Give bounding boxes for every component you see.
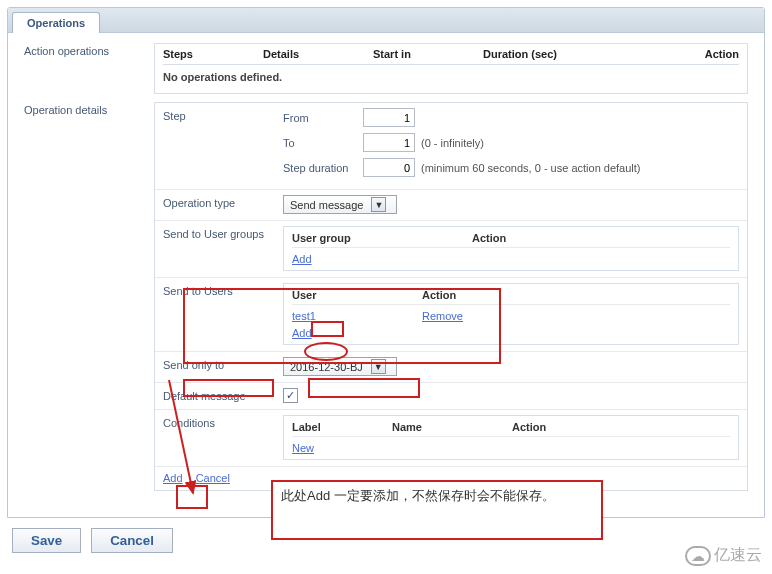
default-message-label: Default message	[163, 388, 283, 403]
user-link-test1[interactable]: test1	[292, 310, 316, 322]
user-groups-box: User group Action Add	[283, 226, 739, 271]
step-label: Step	[163, 108, 283, 183]
step-duration-label: Step duration	[283, 162, 363, 174]
bottom-buttons: Save Cancel	[12, 528, 760, 553]
col-duration: Duration (sec)	[483, 48, 653, 60]
cond-label-col: Label	[292, 421, 392, 433]
chevron-down-icon: ▼	[371, 359, 386, 374]
col-action: Action	[653, 48, 739, 60]
details-footer: Add Cancel	[155, 466, 747, 490]
user-group-action-col: Action	[472, 232, 730, 244]
operation-details-label: Operation details	[24, 102, 154, 491]
step-row: Step From To (0 - infinitely) Step dur	[155, 103, 747, 190]
users-row: Send to Users User Action test1 Remove	[155, 278, 747, 352]
details-add-link[interactable]: Add	[163, 472, 183, 484]
user-group-col: User group	[292, 232, 472, 244]
table-row: test1 Remove	[292, 305, 730, 322]
users-box: User Action test1 Remove Add	[283, 283, 739, 345]
step-duration-input[interactable]	[363, 158, 415, 177]
step-from-input[interactable]	[363, 108, 415, 127]
op-type-label: Operation type	[163, 195, 283, 214]
op-type-select[interactable]: Send message ▼	[283, 195, 397, 214]
chevron-down-icon: ▼	[371, 197, 386, 212]
user-remove-link[interactable]: Remove	[422, 310, 463, 322]
cloud-icon: ☁	[685, 546, 711, 566]
tab-row: Operations	[8, 8, 764, 32]
users-user-col: User	[292, 289, 422, 301]
op-type-row: Operation type Send message ▼	[155, 190, 747, 221]
cond-action-col: Action	[512, 421, 730, 433]
step-to-hint: (0 - infinitely)	[421, 137, 484, 149]
user-groups-add-link[interactable]: Add	[292, 253, 312, 265]
action-operations-table: Steps Details Start in Duration (sec) Ac…	[154, 43, 748, 94]
default-message-checkbox[interactable]: ✓	[283, 388, 298, 403]
step-from-label: From	[283, 112, 363, 124]
save-button[interactable]: Save	[12, 528, 81, 553]
user-groups-row: Send to User groups User group Action Ad…	[155, 221, 747, 278]
col-details: Details	[263, 48, 373, 60]
conditions-new-link[interactable]: New	[292, 442, 314, 454]
col-steps: Steps	[163, 48, 263, 60]
users-label: Send to Users	[163, 283, 283, 345]
conditions-row: Conditions Label Name Action New	[155, 410, 747, 466]
action-operations-section: Action operations Steps Details Start in…	[24, 43, 748, 94]
default-message-row: Default message ✓	[155, 383, 747, 410]
cancel-button[interactable]: Cancel	[91, 528, 173, 553]
step-to-label: To	[283, 137, 363, 149]
user-groups-label: Send to User groups	[163, 226, 283, 271]
col-start: Start in	[373, 48, 483, 60]
users-action-col: Action	[422, 289, 730, 301]
operation-details-table: Step From To (0 - infinitely) Step dur	[154, 102, 748, 491]
operations-panel: Operations Action operations Steps Detai…	[7, 7, 765, 518]
step-to-input[interactable]	[363, 133, 415, 152]
conditions-label: Conditions	[163, 415, 283, 460]
details-cancel-link[interactable]: Cancel	[196, 472, 230, 484]
send-only-label: Send only to	[163, 357, 283, 376]
cond-name-col: Name	[392, 421, 512, 433]
operation-details-section: Operation details Step From To (0 - infi…	[24, 102, 748, 491]
send-only-select[interactable]: 2016-12-30-BJ ▼	[283, 357, 397, 376]
watermark: ☁ 亿速云	[685, 545, 762, 566]
send-only-row: Send only to 2016-12-30-BJ ▼	[155, 352, 747, 383]
action-operations-label: Action operations	[24, 43, 154, 94]
action-operations-header: Steps Details Start in Duration (sec) Ac…	[163, 48, 739, 65]
no-operations-text: No operations defined.	[163, 65, 739, 83]
users-add-link[interactable]: Add	[292, 327, 312, 339]
tab-operations[interactable]: Operations	[12, 12, 100, 33]
conditions-box: Label Name Action New	[283, 415, 739, 460]
step-duration-hint: (minimum 60 seconds, 0 - use action defa…	[421, 162, 641, 174]
panel-body: Action operations Steps Details Start in…	[8, 32, 764, 517]
